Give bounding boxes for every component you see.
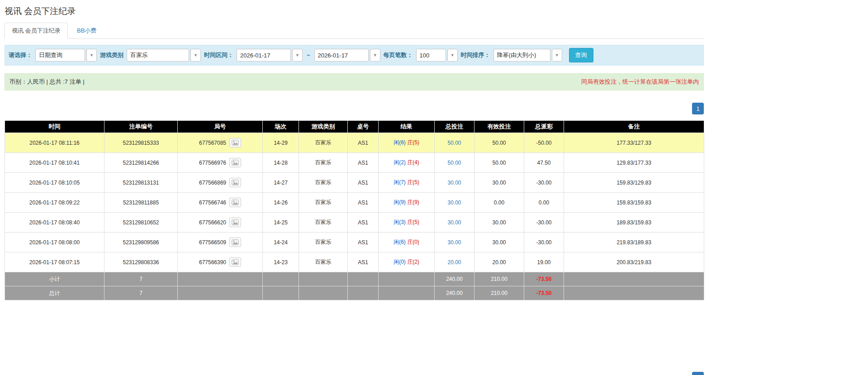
cell-time: 2026-01-17 08:08:00 (5, 233, 104, 252)
cell-round-id: 677566976 (178, 153, 263, 173)
cell-game-type: 百家乐 (299, 153, 348, 173)
sort-label: 时间排序： (461, 51, 490, 59)
table-header-row: 时间注单编号局号场次游戏类别桌号结果总投注有效投注总派彩备注 (5, 121, 704, 133)
column-header: 备注 (564, 121, 704, 133)
betting-records-table: 时间注单编号局号场次游戏类别桌号结果总投注有效投注总派彩备注 2026-01-1… (5, 120, 704, 300)
cell-session: 14-27 (263, 173, 299, 193)
cell-summary-valid-bet: 210.00 (474, 272, 524, 286)
date-range-label: 时间区间： (204, 51, 233, 59)
pagination-top: 1 (5, 103, 704, 114)
sort-input[interactable] (493, 49, 550, 62)
round-replay-icon[interactable] (229, 218, 241, 227)
date-to-combo: ▼ (314, 49, 380, 62)
player-result: 闲(6) (394, 239, 406, 245)
tab-betting-records[interactable]: 视讯 会员下注纪录 (5, 23, 68, 39)
cell-result: 闲(0) 庄(2) (379, 252, 435, 272)
round-replay-icon[interactable] (229, 257, 241, 267)
total-bet-link[interactable]: 50.00 (447, 140, 461, 146)
cell-empty (178, 286, 263, 300)
query-type-label: 请选择： (9, 51, 32, 59)
cell-table-no: AS1 (348, 252, 379, 272)
cell-time: 2026-01-17 08:10:05 (5, 173, 104, 193)
chevron-down-icon[interactable]: ▼ (86, 49, 97, 62)
cell-round-id: 677566746 (178, 193, 263, 213)
column-header: 场次 (263, 121, 299, 133)
pagination-page-button[interactable]: 1 (692, 103, 704, 114)
total-bet-link[interactable]: 30.00 (447, 219, 461, 226)
round-replay-icon[interactable] (229, 198, 241, 207)
cell-game-type: 百家乐 (299, 252, 348, 272)
summary-row: 小计7240.00210.00-73.50 (5, 272, 704, 286)
player-result: 闲(7) (394, 179, 406, 185)
round-replay-icon[interactable] (229, 178, 241, 187)
column-header: 游戏类别 (299, 121, 348, 133)
page-container: 视讯 会员下注纪录 视讯 会员下注纪录 BB小费 请选择： ▼ 游戏类别 ▼ 时… (0, 0, 704, 375)
cell-payout: -30.00 (524, 233, 564, 252)
cell-empty (263, 286, 299, 300)
cell-valid-bet: 20.00 (474, 252, 524, 272)
cell-result: 闲(2) 庄(4) (379, 153, 435, 173)
total-bet-link[interactable]: 50.00 (447, 160, 461, 166)
tab-bar: 视讯 会员下注纪录 BB小费 (5, 23, 704, 39)
pagination-page-button[interactable]: 1 (692, 372, 704, 375)
cell-summary-count: 7 (104, 272, 178, 286)
cell-table-no: AS1 (348, 133, 379, 153)
cell-table-no: AS1 (348, 153, 379, 173)
cell-empty (379, 272, 435, 286)
search-button[interactable]: 查询 (569, 48, 593, 62)
page-title: 视讯 会员下注纪录 (5, 5, 704, 17)
cell-game-type: 百家乐 (299, 133, 348, 153)
column-header: 总派彩 (524, 121, 564, 133)
query-type-input[interactable] (35, 49, 85, 62)
tab-bb-tip[interactable]: BB小费 (70, 23, 104, 39)
total-bet-link[interactable]: 30.00 (447, 180, 461, 186)
cell-result: 闲(9) 庄(9) (379, 193, 435, 213)
table-row: 2026-01-17 08:10:41523129814266677566976… (5, 153, 704, 173)
cell-bet-id: 523129809586 (104, 233, 178, 252)
cell-summary-label: 小计 (5, 272, 104, 286)
cell-total-bet: 50.00 (435, 153, 474, 173)
cell-bet-id: 523129810652 (104, 213, 178, 233)
round-replay-icon[interactable] (229, 138, 241, 147)
table-row: 2026-01-17 08:08:40523129810652677566620… (5, 213, 704, 233)
cell-game-type: 百家乐 (299, 233, 348, 252)
cell-note: 219.83/189.83 (564, 233, 704, 252)
date-from-input[interactable] (237, 49, 291, 62)
page-size-input[interactable] (416, 49, 446, 62)
game-type-combo: ▼ (127, 49, 201, 62)
cell-summary-valid-bet: 210.00 (474, 286, 524, 300)
notice-text: 同局有效投注，统一计算在该局第一张注单内 (581, 78, 699, 86)
player-result: 闲(2) (394, 159, 406, 166)
cell-note: 177.33/127.33 (564, 133, 704, 153)
chevron-down-icon[interactable]: ▼ (447, 49, 458, 62)
chevron-down-icon[interactable]: ▼ (292, 49, 303, 62)
page-size-label: 每页笔数： (384, 51, 413, 59)
chevron-down-icon[interactable]: ▼ (190, 49, 201, 62)
cell-result: 闲(7) 庄(5) (379, 173, 435, 193)
game-type-input[interactable] (127, 49, 189, 62)
cell-valid-bet: 30.00 (474, 173, 524, 193)
cell-round-id: 677566509 (178, 233, 263, 252)
round-replay-icon[interactable] (229, 237, 241, 247)
total-bet-link[interactable]: 30.00 (447, 239, 461, 246)
cell-time: 2026-01-17 08:07:15 (5, 252, 104, 272)
cell-bet-id: 523129811885 (104, 193, 178, 213)
cell-empty (564, 272, 704, 286)
total-bet-link[interactable]: 20.00 (447, 259, 461, 266)
round-replay-icon[interactable] (229, 158, 241, 167)
summary-bar: 币别：人民币 | 总共 :7 注单 | 同局有效投注，统一计算在该局第一张注单内 (5, 73, 704, 90)
player-result: 闲(0) (394, 259, 406, 265)
cell-empty (348, 272, 379, 286)
cell-note: 159.83/159.83 (564, 193, 704, 213)
chevron-down-icon[interactable]: ▼ (552, 49, 562, 62)
date-to-input[interactable] (314, 49, 369, 62)
chevron-down-icon[interactable]: ▼ (370, 49, 380, 62)
table-row: 2026-01-17 08:07:15523129808336677566390… (5, 252, 704, 272)
cell-session: 14-23 (263, 252, 299, 272)
cell-round-id: 677566869 (178, 173, 263, 193)
cell-time: 2026-01-17 08:10:41 (5, 153, 104, 173)
total-bet-link[interactable]: 30.00 (447, 199, 461, 206)
cell-time: 2026-01-17 08:08:40 (5, 213, 104, 233)
cell-table-no: AS1 (348, 193, 379, 213)
round-id-text: 677566620 (199, 219, 226, 226)
